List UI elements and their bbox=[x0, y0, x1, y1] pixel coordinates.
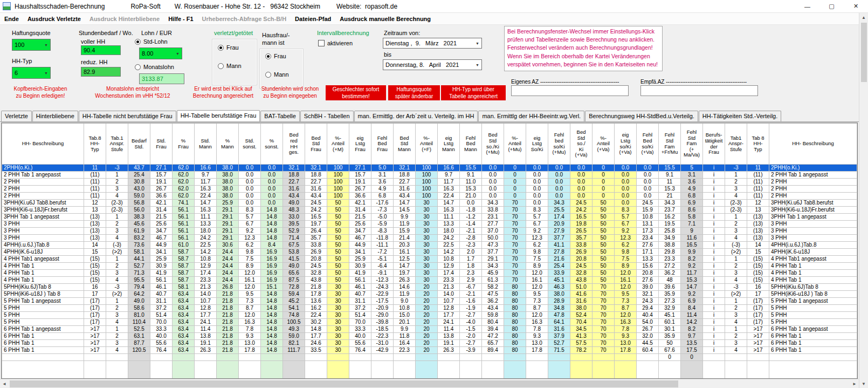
cell[interactable] bbox=[349, 354, 371, 361]
cell[interactable]: 10.8 bbox=[394, 305, 416, 312]
cell[interactable]: 30 bbox=[416, 235, 438, 242]
cell[interactable]: 21.8 bbox=[217, 312, 239, 319]
cell[interactable]: 10.7 bbox=[438, 298, 460, 305]
table-row[interactable]: 00 bbox=[2, 354, 857, 361]
table-row[interactable]: 6 PHH Tab 1>174120.576.463.426.321.817.8… bbox=[2, 347, 857, 354]
cell[interactable]: 34.7 bbox=[150, 228, 173, 235]
cell[interactable]: 14.8 bbox=[261, 221, 283, 228]
cell[interactable]: 3.1 bbox=[371, 172, 394, 179]
cell[interactable]: 50 bbox=[593, 235, 615, 242]
cell[interactable]: 3 bbox=[725, 228, 747, 235]
cell[interactable]: (2-3) bbox=[106, 207, 128, 214]
cell[interactable]: 16.9 bbox=[261, 263, 283, 270]
cell[interactable]: 62.0 bbox=[173, 193, 195, 200]
cell[interactable]: 0.0 bbox=[570, 172, 593, 179]
cell[interactable]: 80 bbox=[504, 326, 526, 333]
cell[interactable]: 6.7 bbox=[239, 221, 261, 228]
cell[interactable]: 3 PHH bbox=[769, 235, 857, 242]
cell[interactable]: 0.0 bbox=[526, 179, 548, 186]
cell[interactable]: (>2) bbox=[106, 249, 128, 256]
cell[interactable]: i bbox=[703, 277, 725, 284]
cell[interactable]: 63.4 bbox=[173, 326, 195, 333]
cell[interactable]: 47.5 bbox=[482, 291, 504, 298]
cell[interactable]: -5.1 bbox=[371, 256, 394, 263]
cell[interactable]: 11.1 bbox=[195, 214, 217, 221]
cell[interactable]: 3 PHH bbox=[2, 228, 84, 235]
cell[interactable]: 120.5 bbox=[128, 347, 150, 354]
cell[interactable]: 19.5 bbox=[659, 221, 681, 228]
cell[interactable]: 37.2 bbox=[150, 305, 173, 312]
cell[interactable]: 25.9 bbox=[349, 256, 371, 263]
cell[interactable]: 26.3 bbox=[394, 277, 416, 284]
cell[interactable]: 70 bbox=[593, 333, 615, 340]
cell[interactable]: i bbox=[703, 312, 725, 319]
column-header[interactable]: Tab.1 Anspr. Stufe bbox=[106, 124, 128, 165]
cell[interactable]: 44.1 bbox=[128, 256, 150, 263]
cell[interactable]: 30 bbox=[327, 326, 349, 333]
cell[interactable]: -1.4 bbox=[460, 221, 482, 228]
cell[interactable]: 70 bbox=[504, 256, 526, 263]
cell[interactable]: -20.9 bbox=[371, 305, 394, 312]
cell[interactable]: 12.9 bbox=[195, 263, 217, 270]
cell[interactable]: 12.5 bbox=[394, 256, 416, 263]
table-row[interactable]: 2 PHH(11)230.819.162.011.738.00.00.022.7… bbox=[2, 179, 857, 186]
table-row[interactable]: 4 PHH Tab 1(15)371.341.958.717.424.412.0… bbox=[2, 270, 857, 277]
cell[interactable]: 18.8 bbox=[305, 172, 327, 179]
cell[interactable]: 15 bbox=[84, 249, 106, 256]
cell[interactable]: 20 bbox=[416, 305, 438, 312]
cell[interactable]: 21 bbox=[659, 193, 681, 200]
column-header[interactable]: Bed Std Frau bbox=[305, 124, 327, 165]
cell[interactable]: 6.7 bbox=[526, 221, 548, 228]
cell[interactable]: 20 bbox=[416, 340, 438, 347]
cell[interactable]: 3PHH(Ki6-u.18J)Fr.berufst bbox=[769, 207, 857, 214]
cell[interactable]: 0 bbox=[504, 193, 526, 200]
cell[interactable]: 3 bbox=[725, 186, 747, 193]
tab[interactable]: man. Ermittlg. der Arb´zeit u. Verteilg.… bbox=[354, 111, 478, 121]
cell[interactable]: -31.0 bbox=[371, 340, 394, 347]
cell[interactable]: 16.3 bbox=[438, 207, 460, 214]
cell[interactable]: 24.5 bbox=[305, 200, 327, 207]
cell[interactable]: 62.0 bbox=[173, 179, 195, 186]
cell[interactable]: 16.1 bbox=[239, 277, 261, 284]
column-header[interactable]: Bedarf Std. bbox=[128, 124, 150, 165]
cell[interactable]: 100 bbox=[327, 179, 349, 186]
cell[interactable]: -2.1 bbox=[460, 291, 482, 298]
cell[interactable]: 15.9 bbox=[394, 228, 416, 235]
cell[interactable]: 16.4 bbox=[394, 340, 416, 347]
cell[interactable]: 15.3 bbox=[460, 186, 482, 193]
cell[interactable]: 17.5 bbox=[681, 347, 703, 354]
cell[interactable]: 4PHH(iK.6-u18J bbox=[769, 249, 857, 256]
cell[interactable]: 11.8 bbox=[394, 333, 416, 340]
cell[interactable]: -24.3 bbox=[371, 284, 394, 291]
cell[interactable]: 30.2 bbox=[305, 319, 327, 326]
cell[interactable]: 34.3 bbox=[548, 200, 570, 207]
cell[interactable]: 52.9 bbox=[283, 228, 305, 235]
cell[interactable]: 6 PHH Tab 1 bbox=[769, 340, 857, 347]
cell[interactable]: 17 bbox=[747, 291, 769, 298]
cell[interactable]: 3 PHH bbox=[2, 235, 84, 242]
cell[interactable]: 14.7 bbox=[438, 200, 460, 207]
tab[interactable]: HH-Tabelle nicht berufstätige Frau bbox=[79, 111, 176, 121]
cell[interactable]: 3PHH Tab 1 angepasst bbox=[769, 214, 857, 221]
cell[interactable]: 80 bbox=[504, 347, 526, 354]
cell[interactable]: 63.4 bbox=[173, 305, 195, 312]
table-row[interactable]: 5 PHH(17)381.051.463.417.721.812.014.874… bbox=[2, 312, 857, 319]
cell[interactable]: (11) bbox=[84, 179, 106, 186]
cell[interactable]: 15.6 bbox=[637, 263, 659, 270]
cell[interactable]: 110.4 bbox=[128, 319, 150, 326]
cell[interactable]: -1.9 bbox=[460, 305, 482, 312]
cell[interactable]: 29.8 bbox=[659, 249, 681, 256]
column-header[interactable]: Fehl Bed so/Ki (+Va) bbox=[637, 124, 659, 165]
column-header[interactable]: Bed red HH ges. bbox=[283, 124, 305, 165]
cell[interactable]: 78.2 bbox=[570, 347, 593, 354]
cell[interactable]: 34.5 bbox=[570, 326, 593, 333]
cell[interactable]: 4 bbox=[725, 277, 747, 284]
cell[interactable]: 22.5 bbox=[438, 242, 460, 249]
cell[interactable]: 87.5 bbox=[283, 277, 305, 284]
verletzt-frau-radio[interactable]: Frau bbox=[218, 44, 239, 51]
cell[interactable]: 24.2 bbox=[570, 207, 593, 214]
cell[interactable]: (13) bbox=[84, 228, 106, 235]
cell[interactable]: 50 bbox=[327, 214, 349, 221]
cell[interactable]: 16.9 bbox=[261, 270, 283, 277]
cell[interactable]: 17.1 bbox=[637, 249, 659, 256]
